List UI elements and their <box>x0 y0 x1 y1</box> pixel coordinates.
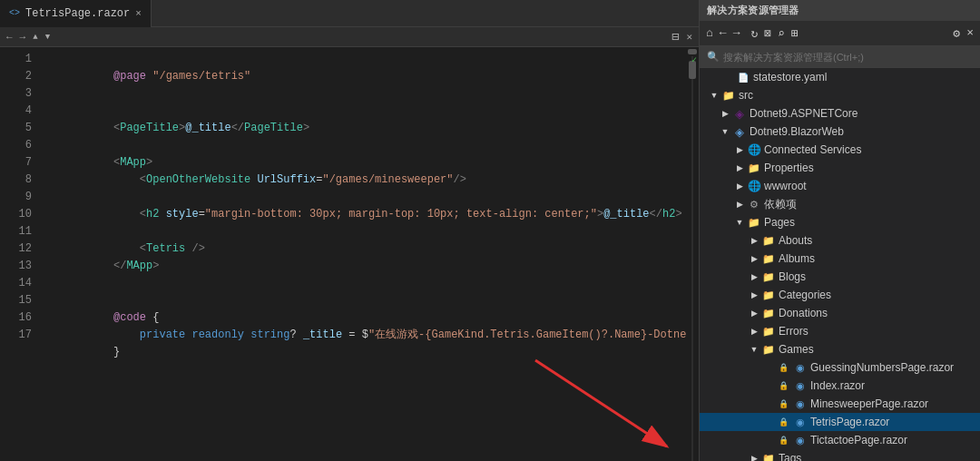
editor-scrollbar[interactable]: ✓ <box>686 47 699 461</box>
sol-search2-btn[interactable]: ⌕ <box>775 25 788 43</box>
tree-item-tictactoe[interactable]: 🔒 ◉ TictactoePage.razor <box>700 431 980 449</box>
expand-aspnetcore[interactable]: ▶ <box>718 109 732 118</box>
tree-item-src[interactable]: ▼ 📁 src <box>700 86 980 104</box>
expand-pages[interactable]: ▼ <box>732 218 747 227</box>
sol-add-btn[interactable]: ⊞ <box>789 25 801 43</box>
tree-label: Index.razor <box>810 379 865 392</box>
tree-item-games[interactable]: ▼ 📁 Games <box>700 340 980 358</box>
sol-stop-btn[interactable]: ⊠ <box>761 25 774 43</box>
sol-home-btn[interactable]: ⌂ <box>703 25 716 42</box>
tree-item-minesweeper[interactable]: 🔒 ◉ MinesweeperPage.razor <box>700 395 980 413</box>
tree-view[interactable]: 📄 statestore.yaml ▼ 📁 src ▶ ◈ Dotnet9.AS… <box>700 68 980 461</box>
expand-abouts[interactable]: ▶ <box>747 236 761 245</box>
code-line-6: <MApp> <box>48 137 686 154</box>
tree-item-wwwroot[interactable]: ▶ 🌐 wwwroot <box>700 177 980 195</box>
lock-icon: 🔒 <box>776 378 790 393</box>
folder-icon: 📁 <box>761 342 776 357</box>
search-icon: 🔍 <box>707 51 720 63</box>
folder-icon: 📁 <box>761 324 776 338</box>
toolbar-forward[interactable]: → <box>17 31 29 44</box>
sol-refresh-btn[interactable]: ↻ <box>748 25 760 43</box>
expand-blogs[interactable]: ▶ <box>747 272 761 281</box>
tree-label: Connected Services <box>764 143 861 156</box>
tree-item-index-razor[interactable]: 🔒 ◉ Index.razor <box>700 377 980 395</box>
toolbar-scroll-down[interactable]: ▼ <box>43 32 53 43</box>
code-content[interactable]: @page "/games/tetris" <PageTitle>@_title… <box>41 47 686 461</box>
tree-item-abouts[interactable]: ▶ 📁 Abouts <box>700 231 980 250</box>
tree-label: Donations <box>779 307 828 319</box>
tree-item-donations[interactable]: ▶ 📁 Donations <box>700 304 980 322</box>
tree-item-statestore[interactable]: 📄 statestore.yaml <box>700 68 980 86</box>
tree-item-blazorweb[interactable]: ▼ ◈ Dotnet9.BlazorWeb <box>700 123 980 141</box>
tree-item-tags[interactable]: ▶ 📁 Tags <box>700 449 980 461</box>
active-tab[interactable]: <> TetrisPage.razor × <box>0 0 152 27</box>
tree-label: wwwroot <box>764 180 807 192</box>
search-input[interactable] <box>723 52 973 63</box>
folder-icon: 📁 <box>721 88 736 103</box>
sol-forward-btn[interactable]: → <box>730 25 743 42</box>
tab-close-button[interactable]: × <box>135 8 142 19</box>
tree-item-errors[interactable]: ▶ 📁 Errors <box>700 322 980 340</box>
tree-label: Dotnet9.BlazorWeb <box>750 125 844 138</box>
deps-icon: ⚙ <box>747 197 761 211</box>
tree-item-deps[interactable]: ▶ ⚙ 依赖项 <box>700 195 980 213</box>
code-line-3 <box>48 85 686 103</box>
tree-label: GuessingNumbersPage.razor <box>810 361 954 374</box>
lock-icon: 🔒 <box>776 397 790 411</box>
tree-label: src <box>739 89 753 102</box>
razor-icon: ◉ <box>793 397 808 411</box>
tree-item-properties[interactable]: ▶ 📁 Properties <box>700 159 980 177</box>
editor-body: 1 2 3 4 5 6 7 8 9 10 11 12 13 14 15 16 1… <box>0 47 699 461</box>
tree-label: statestore.yaml <box>753 71 827 83</box>
razor-icon: ◉ <box>793 378 808 393</box>
line-numbers: 1 2 3 4 5 6 7 8 9 10 11 12 13 14 15 16 1… <box>0 47 41 461</box>
expand-deps[interactable]: ▶ <box>732 200 747 209</box>
tree-item-blogs[interactable]: ▶ 📁 Blogs <box>700 268 980 286</box>
folder-icon: 📁 <box>761 288 776 302</box>
tree-label: TictactoePage.razor <box>810 434 907 446</box>
toolbar-scroll-up[interactable]: ▲ <box>30 32 40 43</box>
lock-icon: 🔒 <box>776 415 790 429</box>
tree-label: Dotnet9.ASPNETCore <box>750 107 858 120</box>
toolbar-back[interactable]: ← <box>4 31 15 44</box>
folder-icon: 📁 <box>747 161 761 175</box>
toolbar-collapse[interactable]: ✕ <box>683 30 695 44</box>
expand-errors[interactable]: ▶ <box>747 327 761 336</box>
expand-tags[interactable]: ▶ <box>747 454 761 461</box>
expand-connected[interactable]: ▶ <box>732 145 747 154</box>
tree-label: MinesweeperPage.razor <box>810 397 928 410</box>
tree-label: Properties <box>764 162 814 174</box>
globe-icon: 🌐 <box>747 179 761 193</box>
expand-blazorweb[interactable]: ▼ <box>718 127 732 136</box>
expand-wwwroot[interactable]: ▶ <box>732 181 747 191</box>
expand-src[interactable]: ▼ <box>707 91 721 100</box>
tree-label: Games <box>779 343 814 356</box>
tree-item-connected-services[interactable]: ▶ 🌐 Connected Services <box>700 141 980 159</box>
editor-toolbar: ← → ▲ ▼ ⊟ ✕ <box>0 27 699 47</box>
tree-label: TetrisPage.razor <box>810 416 889 428</box>
code-line-1: @page "/games/tetris" <box>48 51 686 68</box>
expand-games[interactable]: ▼ <box>747 345 761 354</box>
folder-icon: 📁 <box>761 270 776 284</box>
tree-item-tetrispage[interactable]: 🔒 ◉ TetrisPage.razor <box>700 413 980 431</box>
tree-item-albums[interactable]: ▶ 📁 Albums <box>700 250 980 268</box>
expand-properties[interactable]: ▶ <box>732 163 747 172</box>
editor-panel: <> TetrisPage.razor × ← → ▲ ▼ ⊟ ✕ 1 2 3 … <box>0 0 699 461</box>
code-line-14 <box>48 275 686 292</box>
expand-albums[interactable]: ▶ <box>747 254 761 263</box>
tree-item-aspnetcore[interactable]: ▶ ◈ Dotnet9.ASPNETCore <box>700 104 980 123</box>
tab-label: TetrisPage.razor <box>25 7 130 20</box>
sol-back-btn[interactable]: ← <box>717 25 730 42</box>
tree-item-guessingnumbers[interactable]: 🔒 ◉ GuessingNumbersPage.razor <box>700 358 980 377</box>
toolbar-split[interactable]: ⊟ <box>669 28 681 45</box>
sol-close-btn[interactable]: × <box>964 25 976 42</box>
search-bar: 🔍 <box>700 46 980 68</box>
file-icon: 📄 <box>736 70 750 84</box>
expand-categories[interactable]: ▶ <box>747 290 761 299</box>
tree-label: Errors <box>779 325 808 338</box>
tree-item-pages[interactable]: ▼ 📁 Pages <box>700 213 980 231</box>
tree-item-categories[interactable]: ▶ 📁 Categories <box>700 286 980 304</box>
lock-icon: 🔒 <box>776 360 790 375</box>
expand-donations[interactable]: ▶ <box>747 309 761 318</box>
sol-settings-btn[interactable]: ⚙ <box>950 25 963 43</box>
